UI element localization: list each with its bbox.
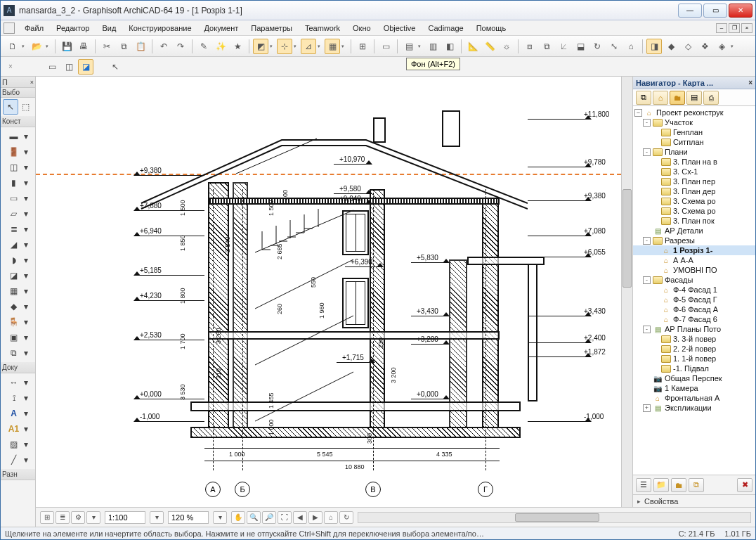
ungroup-button[interactable]: ⧉ [539,39,554,54]
nav-btn-clone[interactable]: ⧉ [689,478,704,492]
scale-field[interactable]: 1:100 [105,511,145,524]
vertical-scrollbar[interactable] [621,77,632,507]
marquee-mode2-button[interactable]: ◫ [61,59,77,75]
edit4-button[interactable]: ⤡ [606,39,622,54]
beam-tool[interactable]: ▭ [6,191,22,206]
tree-item[interactable]: Ситплан [633,137,755,147]
marquee-button[interactable]: ▭ [378,39,393,54]
tree-item[interactable]: 3. Схема ро [633,196,755,206]
edit3-button[interactable]: ↻ [589,39,605,54]
cut-button[interactable]: ✂ [99,39,115,54]
pick-button[interactable]: ✎ [196,39,211,54]
nav-tab-publisher[interactable]: ⎙ [703,91,719,105]
mdi-minimize-button[interactable]: – [716,23,727,33]
menu-objective[interactable]: Objective [378,22,422,34]
tree-item[interactable]: 3. План дер [633,186,755,196]
lvl-drop[interactable]: ▾ [22,390,30,406]
shell-drop[interactable]: ▾ [22,252,30,268]
nav-btn-settings[interactable]: ☰ [636,478,651,492]
text-drop[interactable]: ▾ [22,406,30,421]
prev-view-button[interactable]: ◀ [293,511,307,524]
tree-item[interactable]: ⌂А А-А [633,255,755,265]
mvr-button[interactable]: ◇ [680,39,696,54]
print-button[interactable]: 🖶 [76,39,91,54]
navigator-properties-toggle[interactable]: Свойства [633,494,755,507]
maximize-button[interactable]: ▭ [703,4,727,18]
pan-button[interactable]: ✋ [231,511,245,524]
column-drop[interactable]: ▾ [22,175,30,191]
fit-button[interactable]: ⛶ [278,511,292,524]
window-drop[interactable]: ▾ [22,160,30,175]
nav-tab-view[interactable]: ⌂ [653,91,668,105]
slab-tool[interactable]: ▱ [6,206,22,221]
stair-drop[interactable]: ▾ [22,221,30,237]
cursor-button[interactable]: ↖ [107,59,123,75]
zoomout-button[interactable]: 🔎 [262,511,276,524]
nav-btn-saveview[interactable]: 🖿 [671,478,686,492]
tree-item[interactable]: ⌂1 Розріз 1- [633,245,755,255]
tree-item[interactable]: 📷1 Камера [633,383,755,393]
menu-окно[interactable]: Окно [347,22,377,34]
next-view-button[interactable]: ▶ [308,511,322,524]
edit1-button[interactable]: ⟀ [556,39,571,54]
menu-документ[interactable]: Документ [199,22,245,34]
marquee-mode3-button[interactable]: ◪ [78,59,93,75]
open-button[interactable]: 📂 [29,39,44,54]
hscroll-thumb[interactable] [515,513,599,522]
tree-item[interactable]: 📷Общая Перспек [633,373,755,383]
trace-button[interactable]: ◨ [646,39,662,54]
zone-tool[interactable]: ▣ [6,330,22,345]
quickopt-button[interactable]: ⊞ [40,511,54,524]
menu-параметры[interactable]: Параметры [245,22,298,34]
tree-root[interactable]: −⌂ Проект реконструк [633,108,755,117]
zoom-options-button[interactable]: ⚙ [71,511,85,524]
minimize-button[interactable]: — [678,4,702,18]
morph-button[interactable]: ❖ [697,39,712,54]
close-button[interactable]: ✕ [729,4,752,18]
skylight-tool[interactable]: ◪ [6,268,22,283]
energy-button[interactable]: ◈ [714,39,729,54]
grid-toggle-button[interactable]: ⊞ [355,39,370,54]
wall-tool[interactable]: ▬ [6,129,22,144]
marquee-mode1-button[interactable]: ▭ [44,59,60,75]
story-button[interactable]: ▤ [401,39,417,54]
horizontal-scrollbar[interactable] [358,512,751,523]
morph-drop[interactable]: ▾ [22,299,30,314]
tree-item[interactable]: 3. 3-й повер [633,334,755,344]
lbl-drop[interactable]: ▾ [22,421,30,437]
tree-item[interactable]: 3. План пок [633,216,755,226]
nav-btn-newfolder[interactable]: 📁 [653,478,669,492]
vscroll-thumb[interactable] [623,189,632,288]
wall-drop[interactable]: ▾ [22,129,30,144]
mdi-restore-button[interactable]: ❐ [729,23,740,33]
marquee-tool[interactable]: ⬚ [18,99,34,115]
snap3-button[interactable]: ⊿ [301,39,316,54]
nav-btn-delete[interactable]: ✖ [737,478,752,492]
line-tool[interactable]: ╱ [6,452,22,468]
text-tool[interactable]: A [6,406,22,421]
column-tool[interactable]: ▮ [6,175,22,191]
tree-item[interactable]: -Разрезы [633,236,755,245]
tracker-button[interactable]: ◧ [442,39,457,54]
scale-drop[interactable]: ▾ [150,511,164,524]
tree-item[interactable]: -▤АР Планы Пото [633,324,755,334]
tree-item[interactable]: -Участок [633,117,755,127]
tree-item[interactable]: ⌂УМОВНІ ПО [633,265,755,275]
nav-tab-layout[interactable]: ▤ [686,91,702,105]
nav-tab-viewmap[interactable]: 🖿 [670,91,685,105]
menu-конструирование[interactable]: Конструирование [123,22,197,34]
redo-button[interactable]: ↷ [173,39,188,54]
dock-close-icon[interactable]: × [30,79,34,86]
window-tool[interactable]: ◫ [6,160,22,175]
arrow-tool[interactable]: ↖ [3,99,18,115]
zone-drop[interactable]: ▾ [22,330,30,345]
morph-tool[interactable]: ◆ [6,299,22,314]
tree-item[interactable]: +▤Экспликации [633,403,755,413]
door-tool[interactable]: 🚪 [6,144,22,160]
curtainwall-tool[interactable]: ▦ [6,283,22,299]
level-tool[interactable]: ⟟ [6,390,22,406]
drawing-canvas[interactable]: +11,800+9,780+9,380+7,080+6,055+3,430+2,… [36,77,621,507]
obj-drop[interactable]: ▾ [22,314,30,330]
slab-drop[interactable]: ▾ [22,206,30,221]
tree-item[interactable]: 3. План на в [633,157,755,167]
